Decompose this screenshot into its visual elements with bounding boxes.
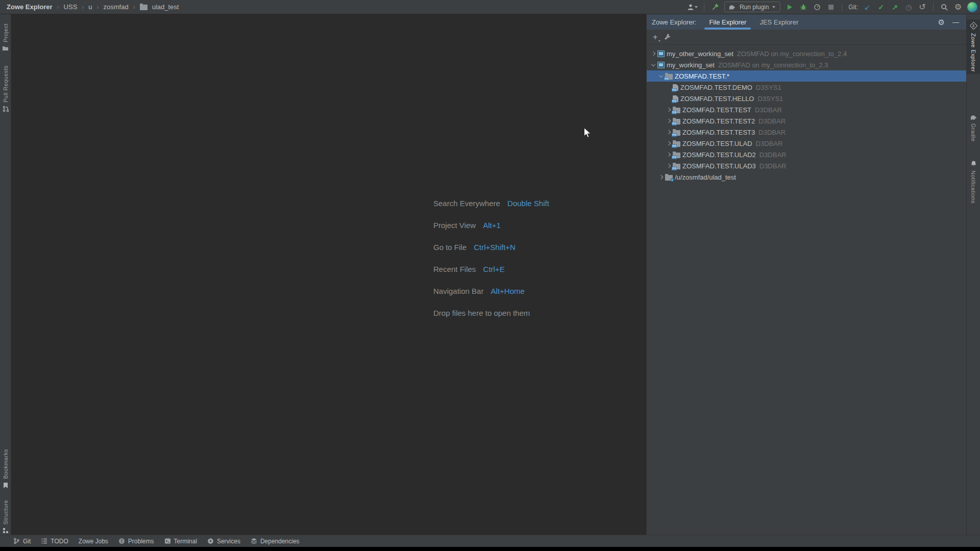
wrench-icon [664,33,671,41]
breadcrumb-item-root[interactable]: Zowe Explorer [7,3,53,11]
statusbar-item-terminal[interactable]: Terminal [159,535,202,547]
explorer-toolbar: + [647,30,966,45]
run-button[interactable] [785,2,794,13]
user-profile-button[interactable] [687,2,698,13]
tree-row-working-set[interactable]: my_other_working_set ZOSMFAD on my_conne… [647,48,966,59]
tree-row-uss-path[interactable]: /u/zosmfad/ulad_test [647,171,966,183]
statusbar-label: Services [217,538,240,545]
search-everywhere-button[interactable] [940,2,949,13]
git-commit-button[interactable]: ✓ [876,2,886,13]
partitioned-dataset-icon: DS [673,153,680,158]
minimize-icon: — [952,18,959,26]
code-with-me-avatar[interactable] [967,2,977,12]
git-push-button[interactable]: ↗ [890,2,899,13]
tree-item-label: ZOSMFAD.TEST.TEST3 [682,129,755,136]
tree-row-dataset[interactable]: DS ZOSMFAD.TEST.TEST2 D3DBAR [647,115,966,127]
stripe-label: Structure [3,500,9,524]
profiler-button[interactable] [813,2,822,13]
breadcrumb-separator-icon: › [82,4,84,11]
sequential-dataset-icon: DS [673,84,678,91]
tab-file-explorer[interactable]: File Explorer [702,14,753,30]
stripe-label: Bookmarks [3,449,9,479]
hide-panel-button[interactable]: — [952,18,959,26]
chevron-down-icon[interactable] [650,61,657,68]
statusbar-label: Dependencies [260,538,300,545]
tree-row-dataset[interactable]: DS ZOSMFAD.TEST.TEST3 D3DBAR [647,127,966,138]
tab-jes-explorer[interactable]: JES Explorer [753,14,805,30]
mouse-cursor [583,127,593,139]
pull-request-icon [3,106,9,112]
statusbar-item-dependencies[interactable]: Dependencies [246,535,305,547]
git-update-button[interactable]: ↙ [863,2,872,13]
working-set-icon [657,51,665,57]
stop-button[interactable] [826,2,836,13]
main-toolbar: Zowe Explorer › USS › u › zosmfad › ulad… [0,0,980,14]
panel-settings-button[interactable]: ⚙ [938,18,945,26]
chevron-right-icon[interactable] [650,50,657,57]
chevron-down-icon [772,6,775,8]
statusbar-item-services[interactable]: Services [202,535,246,547]
left-tool-stripe: Project Pull Requests Bookmarks Structur… [0,14,11,535]
breadcrumb-item-uss[interactable]: USS [64,3,78,11]
tree-item-detail: D3SYS1 [756,84,781,91]
debug-button[interactable] [799,2,808,13]
tree-row-dataset[interactable]: DS ZOSMFAD.TEST.ULAD2 D3DBAR [647,149,966,160]
statusbar-item-git[interactable]: Git [8,535,36,547]
run-configuration-select[interactable]: Run plugin [724,2,780,12]
tree-row-dataset[interactable]: DS ZOSMFAD.TEST.ULAD3 D3DBAR [647,160,966,171]
editor-empty-area: Search Everywhere Double Shift Project V… [12,14,646,535]
statusbar-item-problems[interactable]: Problems [113,535,159,547]
hint-shortcut: Alt+1 [483,221,501,230]
sidebar-item-project[interactable]: Project [0,21,11,53]
hammer-icon [711,3,719,11]
statusbar-item-zowe-jobs[interactable]: Zowe Jobs [74,535,113,547]
rollback-button[interactable]: ↺ [918,2,927,13]
tree-row-dataset[interactable]: DS ZOSMFAD.TEST.DEMO D3SYS1 [647,82,966,93]
hint-label: Project View [433,221,476,230]
sidebar-item-zowe-explorer[interactable]: Z Zowe Explorer [967,19,980,74]
breadcrumb-item-u[interactable]: u [88,3,92,11]
build-hammer-button[interactable] [710,2,720,13]
breadcrumb-item-zosmfad[interactable]: zosmfad [104,3,129,11]
sidebar-item-gradle[interactable]: Gradle [967,112,980,143]
chevron-right-icon[interactable] [657,173,665,181]
hint-shortcut: Double Shift [507,199,549,208]
hint-label: Go to File [433,243,467,252]
tree-row-dataset[interactable]: DS ZOSMFAD.TEST.TEST D3DBAR [647,104,966,115]
hint-search-everywhere: Search Everywhere Double Shift [433,198,549,209]
tree-item-label: ZOSMFAD.TEST.ULAD3 [682,162,756,170]
sidebar-item-bookmarks[interactable]: Bookmarks [0,447,11,491]
stripe-label: Project [3,23,9,42]
zowe-logo-icon: Z [969,22,977,30]
tree-row-dataset[interactable]: DS ZOSMFAD.TEST.HELLO D3SYS1 [647,93,966,104]
tree-item-detail: D3DBAR [758,129,786,136]
breadcrumb-item-ulad-test[interactable]: ulad_test [152,3,179,11]
play-icon [786,4,793,11]
working-set-icon [657,62,665,68]
sidebar-item-notifications[interactable]: Notifications [967,158,980,206]
tree-row-working-set[interactable]: my_working_set ZOSMFAD on my_connection_… [647,59,966,70]
add-button[interactable]: + [653,33,657,41]
statusbar-label: TODO [51,538,68,545]
git-branch-icon [13,538,20,544]
bell-icon [970,160,977,167]
statusbar-item-todo[interactable]: TODO [36,535,73,547]
tree-item-detail: D3DBAR [756,140,783,147]
tree-item-detail: D3DBAR [760,151,787,159]
statusbar-label: Zowe Jobs [79,538,108,545]
history-button[interactable]: ◷ [904,2,913,13]
hint-recent-files: Recent Files Ctrl+E [433,264,549,275]
chevron-down-icon [695,6,698,8]
sidebar-item-structure[interactable]: Structure [0,498,11,536]
tree-item-label: my_working_set [667,61,715,69]
settings-button[interactable]: ⚙ [953,2,963,13]
sidebar-item-pull-requests[interactable]: Pull Requests [0,63,11,114]
clock-icon: ◷ [905,4,912,11]
partitioned-dataset-icon: DS [673,130,680,136]
editor-shortcut-hints: Search Everywhere Double Shift Project V… [433,198,549,330]
tree-row-dataset-mask[interactable]: DS ZOSMFAD.TEST.* [647,70,966,82]
stripe-label: Gradle [970,123,976,141]
gear-icon: ⚙ [954,3,962,11]
tree-row-dataset[interactable]: DS ZOSMFAD.TEST.ULAD D3DBAR [647,138,966,149]
edit-config-button[interactable] [664,33,671,41]
